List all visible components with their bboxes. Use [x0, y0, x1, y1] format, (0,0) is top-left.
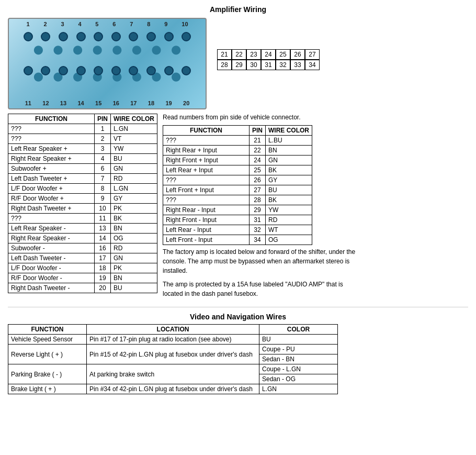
- nav-function-brake: Brake Light ( + ): [8, 384, 87, 394]
- nav-table: FUNCTION LOCATION COLOR Vehicle Speed Se…: [8, 324, 338, 394]
- info-paragraph-1: The factory amp is located below and for…: [163, 247, 361, 275]
- table-row: Subwoofer +6GN: [8, 164, 157, 174]
- left-table-header: FUNCTION PIN WIRE COLOR: [8, 114, 157, 124]
- table-row: Left Dash Tweeter -17GN: [8, 253, 157, 263]
- page: Amplifier Wiring 12345678910: [0, 0, 476, 399]
- table-row: ???28BK: [163, 195, 312, 205]
- pin-27: 27: [305, 49, 320, 60]
- right-panel: 21 22 23 24 25 26 27 28 29 30 31 32 33 3…: [217, 18, 320, 70]
- pin-26: 26: [290, 49, 305, 60]
- nav-function-parking: Parking Brake ( - ): [8, 364, 87, 384]
- table-row: Left Rear Speaker +3YW: [8, 144, 157, 154]
- connector-image: 12345678910: [8, 18, 207, 109]
- right-section: Read numbers from pin side of vehicle co…: [163, 114, 361, 303]
- pin-31: 31: [261, 60, 276, 70]
- right-col-pin: PIN: [250, 126, 266, 136]
- nav-col-function: FUNCTION: [8, 325, 87, 335]
- table-row: Left Rear - Input32WT: [163, 225, 312, 235]
- table-row: ???26GY: [163, 175, 312, 185]
- nav-location-brake: Pin #34 of 42-pin L.GN plug at fusebox u…: [87, 384, 259, 394]
- table-row: Reverse Light ( + ) Pin #15 of 42-pin L.…: [8, 345, 338, 354]
- tables-section: FUNCTION PIN WIRE COLOR ???1L.GN ???2VT …: [8, 114, 468, 303]
- pin-33: 33: [290, 60, 305, 70]
- nav-location-parking: At parking brake switch: [87, 364, 259, 384]
- nav-color-parking-sedan: Sedan - OG: [259, 374, 338, 384]
- left-table-container: FUNCTION PIN WIRE COLOR ???1L.GN ???2VT …: [8, 114, 157, 293]
- table-row: Left Front + Input27BU: [163, 185, 312, 195]
- connector-note: Read numbers from pin side of vehicle co…: [163, 114, 361, 121]
- pin-21: 21: [217, 49, 232, 60]
- table-row: ???21L.BU: [163, 136, 312, 146]
- table-row: R/F Door Woofer -19BN: [8, 273, 157, 283]
- table-row: Right Front + Input24GN: [163, 156, 312, 165]
- table-row: Right Dash Tweeter +10PK: [8, 204, 157, 214]
- nav-location-vss: Pin #17 of 17-pin plug at radio location…: [87, 335, 259, 345]
- pin-number-grid: 21 22 23 24 25 26 27 28 29 30 31 32 33 3…: [217, 49, 320, 70]
- pin-28: 28: [217, 60, 232, 70]
- nav-col-color: COLOR: [259, 325, 338, 335]
- nav-color-brake: L.GN: [259, 384, 338, 394]
- nav-color-reverse-coupe: Coupe - PU: [259, 345, 338, 354]
- table-row: L/F Door Woofer -18PK: [8, 263, 157, 273]
- pin-row-bottom: 28 29 30 31 32 33 34: [217, 60, 320, 70]
- right-col-wire: WIRE COLOR: [266, 126, 312, 136]
- left-col-wire: WIRE COLOR: [111, 114, 157, 124]
- table-row: R/F Door Woofer +9GY: [8, 194, 157, 204]
- nav-color-vss: BU: [259, 335, 338, 345]
- table-row: L/F Door Woofer +8L.GN: [8, 184, 157, 194]
- table-row: Vehicle Speed Sensor Pin #17 of 17-pin p…: [8, 335, 338, 345]
- left-table: FUNCTION PIN WIRE COLOR ???1L.GN ???2VT …: [8, 114, 157, 293]
- pin-30: 30: [246, 60, 261, 70]
- pin-25: 25: [276, 49, 290, 60]
- right-table: FUNCTION PIN WIRE COLOR ???21L.BU Right …: [163, 125, 312, 245]
- nav-col-location: LOCATION: [87, 325, 259, 335]
- nav-section: Video and Navigation Wires FUNCTION LOCA…: [8, 313, 468, 394]
- table-row: Right Rear Speaker +4BU: [8, 154, 157, 164]
- pin-row-top: 21 22 23 24 25 26 27: [217, 49, 320, 60]
- table-row: Right Rear Speaker -14OG: [8, 234, 157, 243]
- pin-34: 34: [305, 60, 320, 70]
- page-title: Amplifier Wiring: [8, 5, 468, 14]
- table-row: Subwoofer -16RD: [8, 243, 157, 253]
- right-col-function: FUNCTION: [163, 126, 250, 136]
- left-col-pin: PIN: [95, 114, 111, 124]
- top-section: 12345678910: [8, 18, 468, 109]
- table-row: ???2VT: [8, 134, 157, 144]
- table-row: Left Rear Speaker -13BN: [8, 224, 157, 234]
- table-row: ???11BK: [8, 214, 157, 224]
- nav-function-reverse: Reverse Light ( + ): [8, 345, 87, 364]
- info-paragraph-2: The amp is protected by a 15A fuse label…: [163, 280, 361, 298]
- table-row: ???1L.GN: [8, 124, 157, 134]
- right-info: The factory amp is located below and for…: [163, 247, 361, 303]
- table-row: Left Rear + Input25BK: [163, 165, 312, 175]
- nav-table-header: FUNCTION LOCATION COLOR: [8, 325, 338, 335]
- left-col-function: FUNCTION: [8, 114, 95, 124]
- nav-function-vss: Vehicle Speed Sensor: [8, 335, 87, 345]
- nav-color-parking-coupe: Coupe - L.GN: [259, 364, 338, 374]
- pin-22: 22: [232, 49, 246, 60]
- pin-24: 24: [261, 49, 276, 60]
- nav-section-title: Video and Navigation Wires: [8, 313, 468, 321]
- section-divider: [8, 307, 468, 307]
- right-table-header: FUNCTION PIN WIRE COLOR: [163, 126, 312, 136]
- table-row: Right Front - Input31RD: [163, 215, 312, 225]
- pin-29: 29: [232, 60, 246, 70]
- nav-location-reverse: Pin #15 of 42-pin L.GN plug at fusebox u…: [87, 345, 259, 364]
- nav-color-reverse-sedan: Sedan - BN: [259, 354, 338, 364]
- table-row: Right Rear + Input22BN: [163, 146, 312, 156]
- pin-23: 23: [246, 49, 261, 60]
- table-row: Brake Light ( + ) Pin #34 of 42-pin L.GN…: [8, 384, 338, 394]
- table-row: Left Front - Input34OG: [163, 235, 312, 245]
- table-row: Parking Brake ( - ) At parking brake swi…: [8, 364, 338, 374]
- pin-32: 32: [276, 60, 290, 70]
- table-row: Right Rear - Input29YW: [163, 205, 312, 215]
- table-row: Left Dash Tweeter +7RD: [8, 174, 157, 184]
- table-row: Right Dash Tweeter -20BU: [8, 283, 157, 293]
